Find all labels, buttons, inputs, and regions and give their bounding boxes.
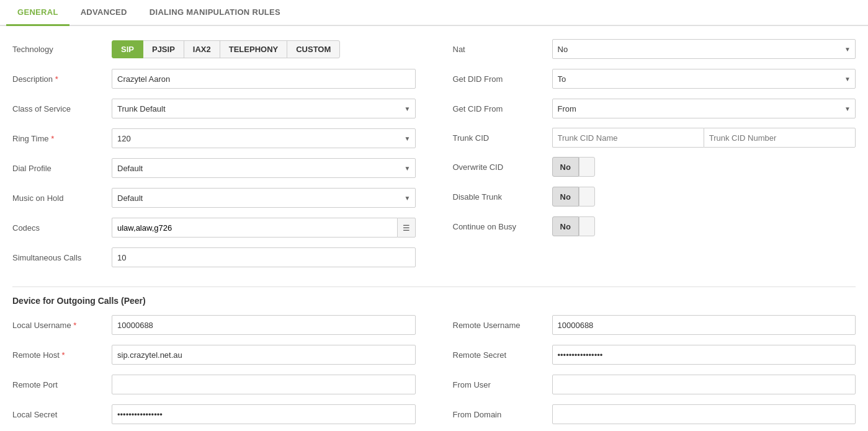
tech-telephony-button[interactable]: TELEPHONY <box>220 40 287 58</box>
disable-trunk-row: Disable Trunk No <box>453 186 856 207</box>
nat-select[interactable]: No <box>552 39 856 59</box>
remote-secret-input[interactable] <box>552 345 856 365</box>
local-username-input[interactable] <box>112 315 416 335</box>
cos-label: Class of Service <box>12 104 112 113</box>
remote-host-input[interactable] <box>112 345 416 365</box>
technology-buttons: SIP PJSIP IAX2 TELEPHONY CUSTOM <box>112 40 339 58</box>
get-did-from-row: Get DID From To <box>453 68 856 89</box>
remote-port-row: Remote Port <box>12 374 416 395</box>
codecs-wrap: ☰ <box>112 218 416 238</box>
disable-trunk-yes-button[interactable] <box>579 187 595 207</box>
overwrite-cid-toggle: No <box>552 157 595 177</box>
disable-trunk-label: Disable Trunk <box>453 192 552 202</box>
tech-custom-button[interactable]: CUSTOM <box>287 40 340 58</box>
codecs-row: Codecs ☰ <box>12 217 416 238</box>
overwrite-cid-row: Overwrite CID No <box>453 156 856 177</box>
moh-row: Music on Hold Default <box>12 187 416 208</box>
remote-port-input[interactable] <box>112 375 416 394</box>
technology-label: Technology <box>12 45 112 54</box>
dial-profile-select-wrap: Default <box>112 158 416 178</box>
tech-sip-button[interactable]: SIP <box>112 40 143 58</box>
nat-row: Nat No <box>453 38 856 60</box>
description-input[interactable] <box>112 69 416 89</box>
continue-on-busy-yes-button[interactable] <box>579 216 595 236</box>
remote-host-row: Remote Host * <box>12 344 416 365</box>
from-user-label: From User <box>453 380 552 389</box>
overwrite-cid-yes-button[interactable] <box>579 157 595 177</box>
remote-username-input[interactable] <box>552 315 856 335</box>
trunk-cid-fields <box>552 128 856 148</box>
cos-select[interactable]: Trunk Default <box>112 99 416 118</box>
section-title: Device for Outgoing Calls (Peer) <box>12 296 856 306</box>
tab-general[interactable]: GENERAL <box>6 0 69 26</box>
get-did-from-select-wrap: To <box>552 69 856 89</box>
from-user-row: From User <box>453 374 856 395</box>
codecs-input[interactable] <box>112 218 397 238</box>
get-cid-from-select[interactable]: From <box>552 99 856 118</box>
moh-select[interactable]: Default <box>112 188 416 208</box>
simultaneous-calls-row: Simultaneous Calls <box>12 247 416 268</box>
continue-on-busy-toggle: No <box>552 216 595 236</box>
simultaneous-calls-input[interactable] <box>112 247 416 267</box>
ring-time-row: Ring Time * 120 <box>12 128 416 149</box>
ring-time-select[interactable]: 120 <box>112 128 416 148</box>
peer-section: Local Username * Remote Host * Remote Po… <box>12 314 856 431</box>
local-username-label: Local Username * <box>12 321 112 330</box>
from-user-input[interactable] <box>552 375 856 394</box>
peer-left-column: Local Username * Remote Host * Remote Po… <box>12 314 416 431</box>
codecs-list-button[interactable]: ☰ <box>397 218 416 238</box>
get-did-from-select[interactable]: To <box>552 69 856 89</box>
moh-select-wrap: Default <box>112 188 416 208</box>
list-icon: ☰ <box>403 223 410 233</box>
local-secret-row: Local Secret <box>12 404 416 425</box>
tab-dialing[interactable]: DIALING MANIPULATION RULES <box>138 0 292 26</box>
section-divider <box>12 287 856 287</box>
continue-on-busy-label: Continue on Busy <box>453 222 552 231</box>
disable-trunk-toggle: No <box>552 187 595 207</box>
overwrite-cid-label: Overwrite CID <box>453 162 552 172</box>
from-domain-row: From Domain <box>453 404 856 425</box>
simultaneous-calls-label: Simultaneous Calls <box>12 253 112 262</box>
dial-profile-row: Dial Profile Default <box>12 158 416 179</box>
nat-label: Nat <box>453 45 552 54</box>
local-secret-input[interactable] <box>112 404 416 424</box>
peer-right-column: Remote Username Remote Secret From User … <box>453 314 856 431</box>
main-content: Technology SIP PJSIP IAX2 TELEPHONY CUST… <box>0 26 868 431</box>
remote-username-label: Remote Username <box>453 321 552 330</box>
disable-trunk-no-button[interactable]: No <box>552 187 579 207</box>
trunk-cid-number-input[interactable] <box>704 128 856 148</box>
get-cid-from-label: Get CID From <box>453 104 552 113</box>
tech-pjsip-button[interactable]: PJSIP <box>143 40 184 58</box>
remote-port-label: Remote Port <box>12 380 112 389</box>
overwrite-cid-no-button[interactable]: No <box>552 157 579 177</box>
remote-secret-label: Remote Secret <box>453 350 552 360</box>
continue-on-busy-no-button[interactable]: No <box>552 216 579 236</box>
remote-username-row: Remote Username <box>453 314 856 335</box>
remote-secret-row: Remote Secret <box>453 344 856 365</box>
dial-profile-select[interactable]: Default <box>112 158 416 178</box>
trunk-cid-row: Trunk CID <box>453 128 856 148</box>
ring-time-label: Ring Time * <box>12 134 112 143</box>
from-domain-input[interactable] <box>552 404 856 424</box>
dial-profile-label: Dial Profile <box>12 164 112 173</box>
top-section: Technology SIP PJSIP IAX2 TELEPHONY CUST… <box>12 38 856 277</box>
from-domain-label: From Domain <box>453 410 552 419</box>
description-row: Description * <box>12 68 416 89</box>
nat-select-wrap: No <box>552 39 856 59</box>
technology-row: Technology SIP PJSIP IAX2 TELEPHONY CUST… <box>12 38 416 60</box>
cos-select-wrap: Trunk Default <box>112 99 416 118</box>
local-username-row: Local Username * <box>12 314 416 335</box>
trunk-cid-label: Trunk CID <box>453 133 552 143</box>
tab-advanced[interactable]: ADVANCED <box>69 0 138 26</box>
local-secret-label: Local Secret <box>12 410 112 419</box>
codecs-label: Codecs <box>12 223 112 233</box>
moh-label: Music on Hold <box>12 193 112 203</box>
tech-iax2-button[interactable]: IAX2 <box>184 40 220 58</box>
continue-on-busy-row: Continue on Busy No <box>453 216 856 237</box>
get-did-from-label: Get DID From <box>453 74 552 84</box>
right-column: Nat No Get DID From To Get CID From <box>453 38 856 277</box>
trunk-cid-name-input[interactable] <box>552 128 704 148</box>
remote-host-label: Remote Host * <box>12 350 112 360</box>
cos-row: Class of Service Trunk Default <box>12 98 416 119</box>
tabs-bar: GENERAL ADVANCED DIALING MANIPULATION RU… <box>0 0 868 26</box>
